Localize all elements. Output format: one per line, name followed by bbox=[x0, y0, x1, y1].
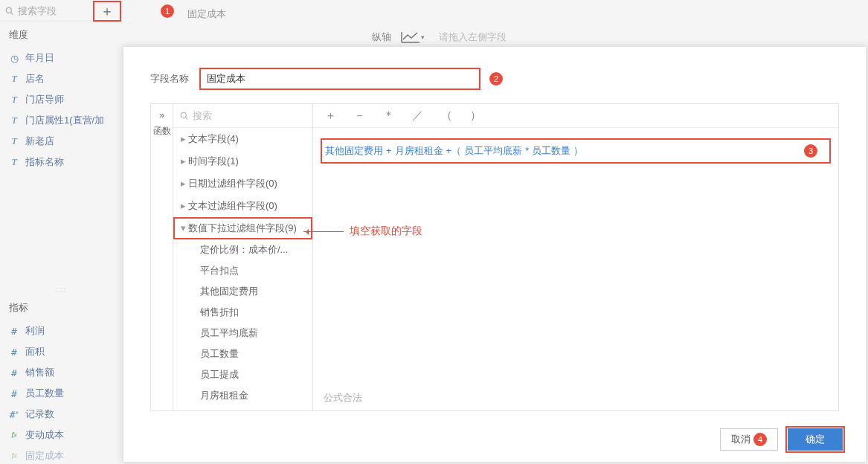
metric-item[interactable]: #利润 bbox=[0, 320, 121, 341]
op-divide[interactable]: ／ bbox=[412, 109, 423, 123]
sidebar: 搜索字段 ＋ 1 维度 ◷年月日 T店名 T门店导师 T门店属性1(直营/加 T… bbox=[0, 0, 121, 464]
tree-group[interactable]: ▸文本过滤组件字段(0) bbox=[173, 195, 312, 217]
chevron-down-icon: ▾ bbox=[421, 33, 425, 41]
fx-icon: fx bbox=[7, 431, 21, 439]
op-multiply[interactable]: ＊ bbox=[383, 109, 394, 123]
svg-line-1 bbox=[11, 12, 13, 14]
tree-group[interactable]: ▸文本字段(4) bbox=[173, 128, 312, 150]
tree-leaf[interactable]: 定价比例：成本价/... bbox=[173, 239, 312, 260]
op-rparen[interactable]: ） bbox=[470, 109, 481, 123]
text-icon: T bbox=[7, 135, 21, 147]
add-field-button[interactable]: ＋ bbox=[93, 1, 121, 22]
tree-group[interactable]: ▸时间字段(1) bbox=[173, 150, 312, 173]
annotation-text: 填空获取的字段 bbox=[350, 225, 422, 238]
dim-item[interactable]: ◷年月日 bbox=[0, 48, 121, 68]
metric-item[interactable]: fx变动成本 bbox=[0, 425, 121, 445]
operator-toolbar: ＋ － ＊ ／ （ ） bbox=[313, 104, 838, 128]
tree-leaf[interactable]: 平台扣点 bbox=[173, 260, 312, 281]
tree-leaf[interactable]: 员工提成 bbox=[173, 364, 312, 385]
annotation-badge-4: 4 bbox=[753, 433, 767, 446]
number-icon: # bbox=[7, 367, 21, 378]
op-minus[interactable]: － bbox=[354, 109, 365, 123]
tree-group-selected[interactable]: ▾数值下拉过滤组件字段(9) bbox=[173, 217, 312, 239]
tree-group[interactable]: ▸日期过滤组件字段(0) bbox=[173, 173, 312, 195]
formula-status: 公式合法 bbox=[324, 391, 362, 405]
tree-leaf[interactable]: 月销售额 bbox=[173, 406, 312, 410]
annotation-arrow: 填空获取的字段 bbox=[303, 225, 422, 238]
search-icon bbox=[179, 111, 190, 121]
axis-label: 纵轴 bbox=[372, 30, 391, 44]
section-header-dimensions: 维度 bbox=[0, 22, 121, 48]
field-name-input[interactable] bbox=[199, 68, 480, 90]
op-plus[interactable]: ＋ bbox=[325, 109, 336, 123]
caret-right-icon: ▸ bbox=[181, 133, 188, 144]
text-icon: T bbox=[7, 115, 21, 126]
section-header-metrics: 指标 bbox=[0, 295, 121, 320]
field-pane: 搜索 ▸文本字段(4) ▸时间字段(1) ▸日期过滤组件字段(0) ▸文本过滤组… bbox=[173, 104, 313, 410]
cancel-button[interactable]: 取消 4 bbox=[720, 428, 778, 451]
caret-down-icon: ▾ bbox=[181, 222, 188, 233]
metric-item[interactable]: #员工数量 bbox=[0, 383, 121, 404]
clock-icon: ◷ bbox=[7, 53, 21, 64]
dim-item[interactable]: T指标名称 bbox=[0, 152, 121, 173]
metric-item[interactable]: #*记录数 bbox=[0, 404, 121, 425]
modal-footer: 取消 4 确定 bbox=[720, 426, 845, 453]
annotation-badge-2: 2 bbox=[489, 72, 503, 86]
metric-item[interactable]: #销售额 bbox=[0, 362, 121, 383]
tree-leaf[interactable]: 员工平均底薪 bbox=[173, 323, 312, 344]
dim-item[interactable]: T店名 bbox=[0, 68, 121, 89]
metric-item[interactable]: fx固定成本 bbox=[0, 445, 121, 464]
tree-leaf[interactable]: 销售折扣 bbox=[173, 302, 312, 323]
field-tree: ▸文本字段(4) ▸时间字段(1) ▸日期过滤组件字段(0) ▸文本过滤组件字段… bbox=[173, 128, 312, 410]
dim-item[interactable]: T门店导师 bbox=[0, 89, 121, 110]
caret-right-icon: ▸ bbox=[181, 200, 188, 211]
field-name-label: 字段名称 bbox=[150, 72, 199, 86]
function-tab[interactable]: » 函数 bbox=[151, 104, 173, 410]
text-icon: T bbox=[7, 94, 21, 106]
annotation-badge-3: 3 bbox=[804, 144, 817, 158]
dim-item[interactable]: T新老店 bbox=[0, 131, 121, 152]
line-chart-icon[interactable]: ▾ bbox=[400, 28, 425, 46]
canvas-area: 固定成本 纵轴 ▾ 请拖入左侧字段 bbox=[164, 0, 863, 45]
number-icon: # bbox=[7, 326, 21, 337]
resize-handle[interactable]: :::: bbox=[0, 284, 121, 295]
search-input[interactable]: 搜索字段 bbox=[0, 4, 93, 18]
dim-item[interactable]: T门店属性1(直营/加 bbox=[0, 110, 121, 131]
number-star-icon: #* bbox=[7, 409, 21, 420]
caret-right-icon: ▸ bbox=[181, 155, 188, 167]
formula-editor[interactable]: 其他固定费用+月房租租金+（员工平均底薪*员工数量） bbox=[321, 138, 831, 164]
text-icon: T bbox=[7, 73, 21, 85]
svg-point-0 bbox=[6, 7, 11, 13]
function-tab-label: 函数 bbox=[151, 125, 173, 138]
number-icon: # bbox=[7, 347, 21, 358]
caret-right-icon: ▸ bbox=[181, 178, 188, 189]
svg-line-3 bbox=[186, 117, 188, 119]
formula-modal: 字段名称 2 » 函数 搜索 ▸文本字段(4) ▸时间字段(1) ▸日期过滤组件… bbox=[123, 46, 867, 463]
tree-leaf[interactable]: 月房租租金 bbox=[173, 385, 312, 406]
field-search-input[interactable]: 搜索 bbox=[173, 104, 312, 128]
modal-body: » 函数 搜索 ▸文本字段(4) ▸时间字段(1) ▸日期过滤组件字段(0) ▸… bbox=[150, 103, 839, 411]
sidebar-search-bar: 搜索字段 ＋ bbox=[0, 0, 121, 22]
svg-point-2 bbox=[181, 112, 186, 117]
text-icon: T bbox=[7, 156, 21, 168]
search-placeholder: 搜索字段 bbox=[18, 4, 57, 18]
axis-row: 纵轴 ▾ 请拖入左侧字段 bbox=[372, 28, 507, 46]
plus-icon: ＋ bbox=[100, 2, 114, 20]
tree-leaf[interactable]: 员工数量 bbox=[173, 344, 312, 364]
chevron-right-icon: » bbox=[151, 110, 173, 120]
fx-icon: fx bbox=[7, 451, 21, 460]
chart-title: 固定成本 bbox=[187, 7, 226, 21]
metric-item[interactable]: #面积 bbox=[0, 341, 121, 362]
search-icon bbox=[4, 6, 15, 16]
ok-button[interactable]: 确定 bbox=[788, 428, 843, 451]
formula-pane: ＋ － ＊ ／ （ ） 其他固定费用+月房租租金+（员工平均底薪*员工数量） 3… bbox=[313, 104, 838, 410]
tree-leaf[interactable]: 其他固定费用 bbox=[173, 281, 312, 302]
axis-placeholder: 请拖入左侧字段 bbox=[439, 30, 507, 44]
op-lparen[interactable]: （ bbox=[441, 109, 452, 123]
number-icon: # bbox=[7, 388, 21, 399]
